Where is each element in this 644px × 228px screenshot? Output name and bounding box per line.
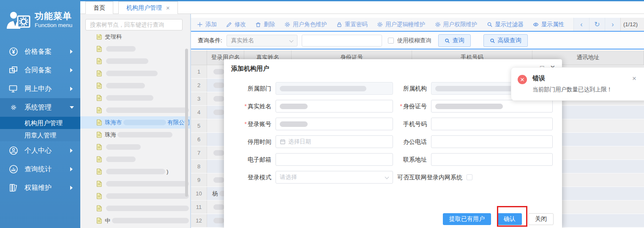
lock-icon [336, 22, 342, 27]
toolbar-button-0[interactable]: 添加 [197, 21, 217, 28]
input-联系地址[interactable] [431, 153, 553, 166]
pager: ‹ ↻ › (1/12) [573, 18, 644, 31]
tab-label: 首页 [93, 4, 105, 12]
row-number: 7 [191, 146, 207, 159]
dialog-button-2[interactable]: 关闭 [528, 213, 554, 225]
row-number: 12 [191, 214, 207, 227]
person-icon [8, 146, 19, 156]
field-label: 手机号码 [393, 118, 427, 130]
tree-item-11[interactable]: ) [80, 165, 190, 178]
chevron-down-icon [385, 175, 389, 179]
tree-search-input[interactable] [85, 19, 183, 30]
tree-item-0[interactable]: 受理科 [80, 34, 190, 43]
sidebar-subitem[interactable]: 机构用户管理 [0, 117, 80, 129]
contract-icon [8, 65, 19, 75]
input-登录模式[interactable]: 请选择 [276, 171, 393, 184]
tree-item-4[interactable] [80, 80, 190, 92]
sidebar-item-3[interactable]: 系统管理 [0, 98, 80, 117]
page-icon [96, 181, 102, 187]
toolbar-button-label: 重置密码 [345, 21, 368, 28]
magnifier-icon [490, 38, 495, 44]
tree-item-3[interactable] [80, 67, 190, 80]
tree-item-10[interactable] [80, 153, 190, 165]
query-value-input[interactable] [302, 35, 382, 47]
field-label: 停用时间 [224, 135, 271, 148]
field-label: *身份证号 [393, 100, 427, 113]
tree-item-9[interactable] [80, 141, 190, 153]
column-header-0[interactable] [191, 50, 207, 65]
sidebar-title: 功能菜单 [35, 10, 72, 22]
tree-item-2[interactable] [80, 55, 190, 67]
tab-0[interactable]: 首页 [85, 1, 113, 14]
field-label: 办公电话 [393, 135, 427, 148]
sidebar-item-label: 权籍维护 [25, 184, 52, 192]
tree-item-1[interactable] [80, 43, 190, 55]
next-page-button[interactable]: › [605, 18, 620, 31]
confirm-button[interactable]: 确认 [497, 213, 522, 225]
advanced-search-button[interactable]: 高级查询 [483, 34, 528, 47]
search-button[interactable]: 查询 [438, 34, 471, 47]
sidebar-item-0[interactable]: 价格备案 [0, 42, 80, 61]
prev-page-button[interactable]: ‹ [573, 18, 589, 31]
page-icon [96, 144, 102, 150]
refresh-button[interactable]: ↻ [589, 18, 605, 31]
redacted-text [213, 96, 224, 102]
toolbar-button-7[interactable]: 显示过滤器 [487, 21, 524, 28]
chevron-right-icon [70, 167, 73, 171]
pencil-icon [226, 22, 232, 27]
input-登录账号[interactable] [276, 118, 393, 130]
tree-item-5[interactable] [80, 92, 190, 104]
input-停用时间[interactable]: 选择日期 [276, 135, 393, 148]
tree-item-8[interactable]: 珠海 [80, 129, 190, 141]
sidebar: 功能菜单 Function menu 价格备案合同备案网上申办系统管理机构用户管… [0, 0, 80, 228]
toolbar-button-label: 显示过滤器 [495, 21, 524, 28]
redacted-text [213, 218, 224, 223]
toolbar-button-1[interactable]: 修改 [226, 21, 246, 28]
tree-item-13[interactable] [80, 190, 190, 202]
chevron-right-icon [70, 49, 73, 54]
input-电子邮箱[interactable] [276, 153, 393, 166]
tab-1[interactable]: 机构用户管理× [118, 1, 178, 14]
dialog-button-0[interactable]: 提取已有用户 [443, 213, 491, 225]
close-icon[interactable]: × [632, 74, 636, 83]
input-办公电话[interactable] [431, 135, 553, 148]
page-icon [96, 95, 102, 101]
chevron-right-icon [70, 68, 73, 72]
sidebar-item-6[interactable]: 权籍维护 [0, 179, 80, 197]
toolbar-button-4[interactable]: 重置密码 [336, 21, 368, 28]
input-身份证号[interactable] [431, 100, 553, 113]
sidebar-subitem[interactable]: 用章人管理 [0, 129, 80, 141]
toolbar-button-6[interactable]: 用户权限维护 [435, 21, 478, 28]
trash-icon [255, 22, 261, 27]
sidebar-item-4[interactable]: 个人中心 [0, 141, 80, 160]
sidebar-item-1[interactable]: 合同备案 [0, 61, 80, 80]
tree-item-15[interactable]: 中 [80, 214, 190, 227]
row-number: 5 [191, 119, 207, 132]
tree-item-12[interactable] [80, 178, 190, 190]
gear-icon [435, 22, 441, 27]
query-field-select[interactable]: 真实姓名 [226, 35, 297, 47]
toolbar-button-2[interactable]: 删除 [255, 21, 275, 28]
sidebar-item-5[interactable]: 查询统计 [0, 160, 80, 179]
toolbar-button-label: 修改 [235, 21, 246, 28]
input-所属部门[interactable] [276, 82, 393, 95]
chevron-down-icon [70, 106, 74, 109]
input-手机号码[interactable] [431, 118, 553, 130]
tree-scrollbar[interactable] [185, 49, 188, 197]
toolbar-button-3[interactable]: 用户角色维护 [284, 21, 327, 28]
field-label: 所属机构 [393, 82, 427, 95]
gear-icon [377, 22, 383, 27]
close-icon[interactable]: × [166, 4, 170, 11]
tree-item-14[interactable] [80, 202, 190, 214]
tree-item-label: 珠海市 [105, 119, 122, 126]
sidebar-item-2[interactable]: 网上申办 [0, 80, 80, 98]
internet-login-checkbox[interactable] [467, 174, 472, 180]
toolbar-button-5[interactable]: 用户逻辑幢维护 [377, 21, 426, 28]
toolbar-button-8[interactable]: 显示属性 [533, 21, 564, 28]
input-真实姓名[interactable] [276, 100, 393, 113]
fuzzy-search-checkbox[interactable] [388, 38, 394, 44]
tree-item-label: 中 [105, 217, 111, 225]
tree-item-7[interactable]: 珠海市有限公司 [80, 116, 190, 129]
chart-icon [8, 164, 19, 174]
tree-item-6[interactable] [80, 104, 190, 116]
